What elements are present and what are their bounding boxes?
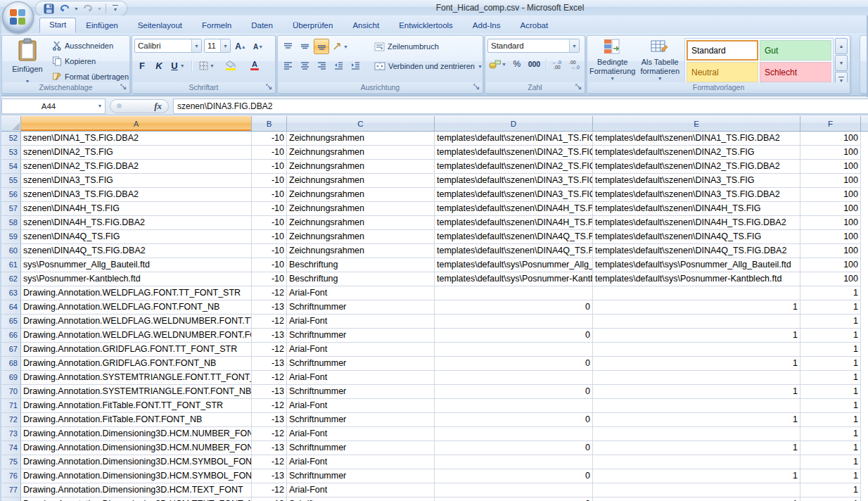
font-color-button[interactable]: A xyxy=(243,58,266,73)
cell-b57[interactable]: -10 xyxy=(252,202,287,216)
cell-b69[interactable]: -12 xyxy=(252,371,287,385)
align-center-button[interactable] xyxy=(297,58,312,73)
row-header-65[interactable]: 65 xyxy=(0,315,21,329)
increase-indent-button[interactable] xyxy=(347,58,363,73)
cell-c70[interactable]: Schriftnummer xyxy=(287,385,435,399)
column-header-e[interactable]: E xyxy=(593,116,800,132)
cell-b60[interactable]: -10 xyxy=(252,244,287,258)
cell-a73[interactable]: Drawing.Annotation.Dimensioning3D.HCM.NU… xyxy=(21,427,252,441)
cell-a77[interactable]: Drawing.Annotation.Dimensioning3D.HCM.TE… xyxy=(21,483,252,497)
cell-f53[interactable]: 100 xyxy=(800,146,861,160)
align-middle-button[interactable] xyxy=(297,39,312,54)
undo-dropdown[interactable]: ▼ xyxy=(74,6,79,11)
percent-style-button[interactable]: % xyxy=(509,56,525,72)
font-size-combo[interactable]: 11 ▼ xyxy=(204,39,231,53)
wrap-text-button[interactable]: Zeilenumbruch xyxy=(371,39,485,54)
cell-c63[interactable]: Arial-Font xyxy=(287,286,435,300)
cell-d61[interactable]: templates\default\sys\Posnummer_Allg_Bau… xyxy=(435,258,593,272)
undo-button[interactable] xyxy=(58,2,72,15)
merge-center-dropdown[interactable]: ▼ xyxy=(478,64,483,69)
cell-d54[interactable]: templates\default\szenen\DINA2_TS.FIG.DB… xyxy=(435,160,593,174)
number-format-dropdown[interactable]: ▼ xyxy=(569,39,579,52)
cell-c68[interactable]: Schriftnummer xyxy=(287,357,435,371)
conditional-formatting-dropdown[interactable]: ▼ xyxy=(610,76,615,81)
cell-f66[interactable]: 1 xyxy=(800,329,861,343)
cell-e61[interactable]: templates\default\sys\Posnummer_Allg_Bau… xyxy=(593,258,800,272)
cell-f74[interactable]: 1 xyxy=(800,441,861,455)
row-header-56[interactable]: 56 xyxy=(0,188,21,202)
cell-c62[interactable]: Beschriftung xyxy=(287,272,435,286)
cell-c77[interactable]: Arial-Font xyxy=(287,483,435,497)
cell-d67[interactable] xyxy=(435,343,593,357)
cell-style-gut[interactable]: Gut xyxy=(760,40,831,61)
tab-seitenlayout[interactable]: Seitenlayout xyxy=(128,18,192,33)
cell-f67[interactable]: 1 xyxy=(800,343,861,357)
office-button[interactable] xyxy=(2,1,34,33)
cell-d66[interactable]: 0 xyxy=(435,329,593,343)
cell-b55[interactable]: -10 xyxy=(252,174,287,188)
cell-b76[interactable]: -13 xyxy=(252,469,287,483)
cell-f73[interactable]: 1 xyxy=(800,427,861,441)
cell-d56[interactable]: templates\default\szenen\DINA3_TS.FIG.DB… xyxy=(435,188,593,202)
comma-style-button[interactable]: 000 xyxy=(526,56,542,72)
format-as-table-dropdown[interactable]: ▼ xyxy=(658,76,663,81)
cell-d75[interactable] xyxy=(435,455,593,469)
cell-d76[interactable]: 0 xyxy=(435,469,593,483)
cell-f62[interactable]: 100 xyxy=(800,272,861,286)
fill-color-button[interactable] xyxy=(219,58,242,73)
cell-d74[interactable]: 0 xyxy=(435,441,593,455)
row-header-62[interactable]: 62 xyxy=(0,272,21,286)
cell-f77[interactable]: 1 xyxy=(800,483,861,497)
cell-a78[interactable]: Drawing.Annotation.Dimensioning3D.HCM.TE… xyxy=(21,497,252,501)
cell-d59[interactable]: templates\default\szenen\DINA4Q_TS.FIG xyxy=(435,230,593,244)
cell-style-schlecht[interactable]: Schlecht xyxy=(760,62,831,82)
name-box-dropdown[interactable]: ▼ xyxy=(95,103,105,108)
cell-f71[interactable]: 1 xyxy=(800,399,861,413)
row-header-57[interactable]: 57 xyxy=(0,202,21,216)
formula-input[interactable]: szenen\DINA3.FIG.DBA2 xyxy=(173,99,868,114)
cell-c69[interactable]: Arial-Font xyxy=(287,371,435,385)
decrease-indent-button[interactable] xyxy=(331,58,346,73)
row-header-71[interactable]: 71 xyxy=(0,399,21,413)
cell-b75[interactable]: -12 xyxy=(252,455,287,469)
cell-a61[interactable]: sys\Posnummer_Allg_Bauteil.ftd xyxy=(21,258,252,272)
cell-e71[interactable] xyxy=(593,399,800,413)
column-header-c[interactable]: C xyxy=(287,116,435,132)
row-header-67[interactable]: 67 xyxy=(0,343,21,357)
row-header-78[interactable]: 78 xyxy=(0,497,21,501)
cell-b65[interactable]: -12 xyxy=(252,315,287,329)
cell-c74[interactable]: Schriftnummer xyxy=(287,441,435,455)
cell-f59[interactable]: 100 xyxy=(800,230,861,244)
cell-f75[interactable]: 1 xyxy=(800,455,861,469)
row-header-77[interactable]: 77 xyxy=(0,483,21,497)
cell-b62[interactable]: -10 xyxy=(252,272,287,286)
cell-d53[interactable]: templates\default\szenen\DINA2_TS.FIG xyxy=(435,146,593,160)
row-header-60[interactable]: 60 xyxy=(0,244,21,258)
accounting-format-button[interactable]: ▼ xyxy=(487,56,508,72)
cell-a58[interactable]: szenen\DINA4H_TS.FIG.DBA2 xyxy=(21,216,252,230)
increase-decimal-button[interactable]: ←.0.00 xyxy=(550,56,566,72)
tab-entwicklertools[interactable]: Entwicklertools xyxy=(389,18,463,33)
column-header-d[interactable]: D xyxy=(435,116,593,132)
redo-button[interactable] xyxy=(81,2,95,15)
align-right-button[interactable] xyxy=(314,58,329,73)
cell-e52[interactable]: templates\default\szenen\DINA1_TS.FIG.DB… xyxy=(593,132,800,146)
cell-d70[interactable]: 0 xyxy=(435,385,593,399)
cell-a67[interactable]: Drawing.Annotation.GRIDFLAG.FONT.TT_FONT… xyxy=(21,343,252,357)
cell-e62[interactable]: templates\default\sys\Posnummer-Kantblec… xyxy=(593,272,800,286)
cell-a63[interactable]: Drawing.Annotation.WELDFLAG.FONT.TT_FONT… xyxy=(21,286,252,300)
cell-f55[interactable]: 100 xyxy=(800,174,861,188)
cell-c57[interactable]: Zeichnungsrahmen xyxy=(287,202,435,216)
cell-b70[interactable]: -13 xyxy=(252,385,287,399)
clipboard-dialog-launcher[interactable] xyxy=(120,83,128,91)
cell-b59[interactable]: -10 xyxy=(252,230,287,244)
cell-b71[interactable]: -12 xyxy=(252,399,287,413)
cell-e75[interactable] xyxy=(593,455,800,469)
tab-start[interactable]: Start xyxy=(39,18,76,33)
cell-b72[interactable]: -13 xyxy=(252,413,287,427)
row-header-72[interactable]: 72 xyxy=(0,413,21,427)
tab-daten[interactable]: Daten xyxy=(241,18,283,33)
cell-f64[interactable]: 1 xyxy=(800,300,861,315)
italic-button[interactable]: K xyxy=(151,58,167,73)
underline-button[interactable]: U▼ xyxy=(168,58,188,73)
